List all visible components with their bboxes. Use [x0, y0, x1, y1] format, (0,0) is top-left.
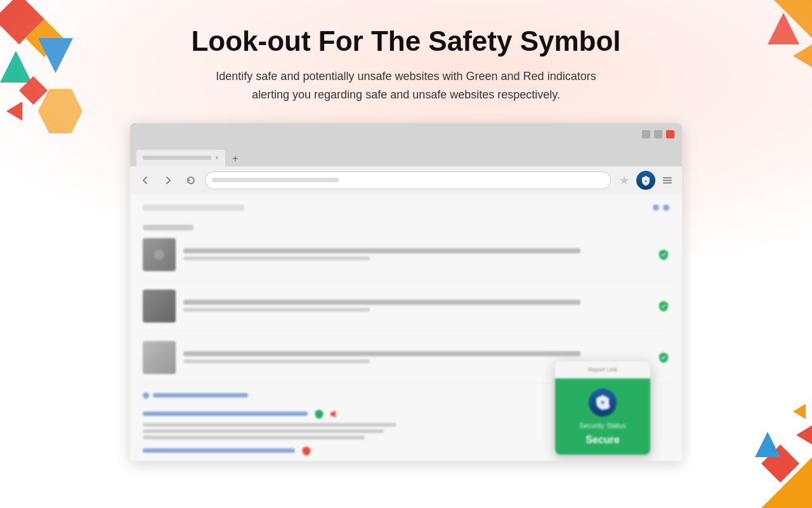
popup-status-label: Security Status [579, 422, 626, 429]
article-link-bar-red [143, 448, 295, 453]
popup-status-value: Secure [586, 434, 619, 446]
minimize-button[interactable] [642, 130, 650, 138]
green-shield-icon-inline [314, 408, 324, 420]
blurred-text-3 [143, 436, 365, 439]
page-header-icons [653, 204, 669, 211]
news-title-2 [183, 300, 580, 305]
maximize-button[interactable] [654, 130, 662, 138]
alert-icon [329, 410, 338, 418]
browser-tabbar: × + [130, 146, 682, 166]
page-subtitle: Identify safe and potentially unsafe web… [209, 67, 603, 104]
article-link-bar-2 [143, 411, 308, 416]
news-meta-2 [183, 308, 370, 312]
security-shield-icon: + [640, 175, 652, 186]
svg-rect-1 [663, 177, 672, 178]
link-dot [143, 392, 149, 399]
popup-url-text: Report Link [561, 366, 644, 373]
browser-titlebar [130, 123, 682, 146]
page-icon-2 [663, 204, 669, 211]
green-shield-badge-2 [658, 300, 669, 312]
popup-shield-icon: + [589, 389, 617, 417]
forward-button[interactable] [159, 171, 177, 189]
section-label [143, 225, 193, 231]
popup-header: Report Link [555, 361, 650, 378]
popup-shield-svg: + [594, 394, 612, 411]
green-shield-icon-3 [658, 352, 669, 363]
news-text-2 [183, 300, 650, 312]
browser-mockup: × + [130, 123, 682, 461]
nav-icons: + [616, 171, 676, 190]
browser-navbar: + [130, 166, 682, 194]
blurred-text-2 [143, 429, 384, 433]
svg-marker-5 [331, 410, 336, 418]
star-button[interactable] [616, 172, 632, 189]
security-shield-nav-button[interactable]: + [636, 171, 655, 190]
article-link-bar [153, 393, 248, 398]
menu-icon [662, 175, 673, 186]
green-shield-badge-1 [658, 249, 669, 260]
menu-button[interactable] [659, 172, 676, 189]
back-arrow-icon [141, 176, 150, 185]
browser-tab[interactable]: × [136, 150, 225, 166]
news-text-1 [183, 248, 650, 260]
news-item [143, 238, 669, 281]
star-icon [619, 175, 629, 185]
reload-icon [187, 176, 195, 185]
green-shield-badge-3 [658, 352, 669, 363]
page-header [143, 204, 669, 216]
reload-button[interactable] [182, 171, 200, 189]
address-bar[interactable] [205, 171, 611, 189]
main-content: Look-out For The Safety Symbol Identify … [0, 0, 812, 461]
close-button[interactable] [666, 130, 674, 138]
news-title-1 [183, 248, 580, 253]
red-shield-badge [301, 446, 311, 456]
svg-point-4 [154, 250, 164, 260]
forward-arrow-icon [164, 176, 173, 185]
thumb-icon-1 [153, 248, 166, 261]
popup-body: + Security Status Secure [555, 378, 650, 455]
page-header-title-bar [143, 204, 244, 211]
page-title: Look-out For The Safety Symbol [191, 25, 620, 57]
news-thumbnail-2 [143, 290, 176, 323]
green-shield-icon [658, 249, 669, 260]
red-shield-icon [301, 445, 311, 457]
svg-rect-2 [663, 180, 672, 181]
svg-text:+: + [645, 179, 647, 184]
speaker-icon [329, 410, 338, 418]
tab-label [143, 156, 211, 160]
blurred-text-1 [143, 423, 396, 427]
news-thumbnail-3 [143, 341, 176, 374]
svg-text:+: + [600, 398, 605, 407]
green-shield-icon-2 [658, 300, 669, 312]
page-icon-1 [653, 204, 659, 211]
news-meta-3 [183, 359, 370, 363]
svg-rect-3 [663, 182, 672, 184]
back-button[interactable] [136, 171, 154, 189]
news-meta-1 [183, 257, 370, 260]
browser-page-content: Report Link + Security Status Secure [130, 194, 682, 461]
new-tab-button[interactable]: + [228, 151, 243, 166]
news-thumbnail-1 [143, 238, 176, 271]
green-shield-inline-1 [314, 409, 324, 419]
news-item-2 [143, 290, 669, 332]
security-popup[interactable]: Report Link + Security Status Secure [555, 361, 650, 455]
news-title-3 [183, 351, 580, 356]
tab-close-icon[interactable]: × [215, 154, 219, 161]
